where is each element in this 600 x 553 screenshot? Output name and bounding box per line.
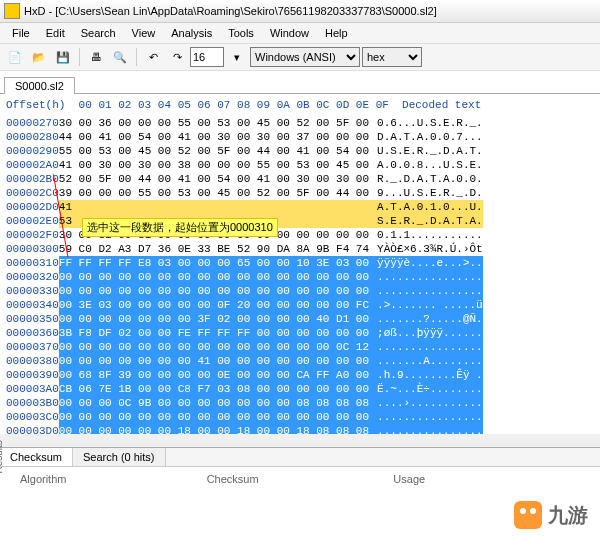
results-label: Results	[0, 440, 4, 473]
hex-row[interactable]: 000003D0 00 00 00 00 00 00 18 00 00 18 0…	[0, 424, 600, 434]
hex-row[interactable]: 00000330 00 00 00 00 00 00 00 00 00 00 0…	[0, 284, 600, 298]
hex-row[interactable]: 00000340 00 3E 03 00 00 00 00 00 0F 20 0…	[0, 298, 600, 312]
redo-icon[interactable]: ↷	[166, 46, 188, 68]
menu-bar: File Edit Search View Analysis Tools Win…	[0, 23, 600, 44]
annotation-callout: 选中这一段数据，起始位置为0000310	[82, 218, 278, 237]
menu-window[interactable]: Window	[262, 25, 317, 41]
hex-row[interactable]: 00000290 55 00 53 00 45 00 52 00 5F 00 4…	[0, 144, 600, 158]
save-icon[interactable]: 💾	[52, 46, 74, 68]
hex-row[interactable]: 00000360 3B F8 DF 02 00 00 FE FF FF FF 0…	[0, 326, 600, 340]
watermark: 九游	[514, 501, 588, 529]
hex-row[interactable]: 000003C0 00 00 00 00 00 00 00 00 00 00 0…	[0, 410, 600, 424]
menu-help[interactable]: Help	[317, 25, 356, 41]
hex-row[interactable]: 00000270 30 00 36 00 00 00 55 00 53 00 4…	[0, 116, 600, 130]
results-tabs: Checksum Search (0 hits)	[0, 448, 600, 467]
menu-edit[interactable]: Edit	[38, 25, 73, 41]
hex-row[interactable]: 000003A0 CB 06 7E 1B 00 00 C8 F7 03 08 0…	[0, 382, 600, 396]
new-icon[interactable]: 📄	[4, 46, 26, 68]
undo-icon[interactable]: ↶	[142, 46, 164, 68]
watermark-text: 九游	[548, 502, 588, 529]
bytes-per-row-input[interactable]	[190, 47, 224, 67]
dropdown-icon[interactable]: ▾	[226, 46, 248, 68]
separator	[136, 48, 137, 66]
hex-row[interactable]: 000002C0 39 00 00 00 55 00 53 00 45 00 5…	[0, 186, 600, 200]
print-icon[interactable]: 🖶	[85, 46, 107, 68]
tab-file[interactable]: S0000.sl2	[4, 77, 75, 94]
col-algorithm: Algorithm	[20, 473, 207, 485]
window-title: HxD - [C:\Users\Sean Lin\AppData\Roaming…	[24, 5, 437, 17]
menu-tools[interactable]: Tools	[220, 25, 262, 41]
hex-row[interactable]: 000003B0 00 00 00 0C 9B 00 00 00 00 00 0…	[0, 396, 600, 410]
toolbar: 📄 📂 💾 🖶 🔍 ↶ ↷ ▾ Windows (ANSI) hex	[0, 44, 600, 71]
menu-analysis[interactable]: Analysis	[163, 25, 220, 41]
find-icon[interactable]: 🔍	[109, 46, 131, 68]
separator	[79, 48, 80, 66]
watermark-icon	[514, 501, 542, 529]
hex-row[interactable]: 000002D0 41 A.T.A.0.1.0...U.	[0, 200, 600, 214]
hex-row[interactable]: 00000380 00 00 00 00 00 00 00 41 00 00 0…	[0, 354, 600, 368]
col-usage: Usage	[393, 473, 580, 485]
menu-search[interactable]: Search	[73, 25, 124, 41]
file-tabs: S0000.sl2	[0, 71, 600, 94]
hex-row[interactable]: 000002A0 41 00 30 00 30 00 38 00 00 00 5…	[0, 158, 600, 172]
tab-checksum[interactable]: Checksum	[0, 448, 73, 466]
hex-row[interactable]: 000002B0 52 00 5F 00 44 00 41 00 54 00 4…	[0, 172, 600, 186]
col-checksum: Checksum	[207, 473, 394, 485]
encoding-select[interactable]: Windows (ANSI)	[250, 47, 360, 67]
hex-row[interactable]: 00000370 00 00 00 00 00 00 00 00 00 00 0…	[0, 340, 600, 354]
results-columns: Algorithm Checksum Usage	[0, 467, 600, 491]
title-bar: HxD - [C:\Users\Sean Lin\AppData\Roaming…	[0, 0, 600, 23]
hex-header: Offset(h) 00 01 02 03 04 05 06 07 08 09 …	[0, 94, 600, 116]
app-icon	[4, 3, 20, 19]
menu-view[interactable]: View	[124, 25, 164, 41]
menu-file[interactable]: File	[4, 25, 38, 41]
hex-row[interactable]: 00000300 59 C0 D2 A3 D7 36 0E 33 BE 52 9…	[0, 242, 600, 256]
hex-row[interactable]: 00000310 FF FF FF FF E8 03 00 00 00 65 0…	[0, 256, 600, 270]
results-panel: Results Checksum Search (0 hits) Algorit…	[0, 447, 600, 553]
tab-search[interactable]: Search (0 hits)	[73, 448, 166, 466]
hex-row[interactable]: 00000280 44 00 41 00 54 00 41 00 30 00 3…	[0, 130, 600, 144]
hex-row[interactable]: 00000350 00 00 00 00 00 00 00 3F 02 00 0…	[0, 312, 600, 326]
hex-row[interactable]: 00000390 00 68 8F 39 00 00 00 00 0E 00 0…	[0, 368, 600, 382]
open-icon[interactable]: 📂	[28, 46, 50, 68]
hex-row[interactable]: 00000320 00 00 00 00 00 00 00 00 00 00 0…	[0, 270, 600, 284]
base-select[interactable]: hex	[362, 47, 422, 67]
hex-editor[interactable]: Offset(h) 00 01 02 03 04 05 06 07 08 09 …	[0, 94, 600, 434]
